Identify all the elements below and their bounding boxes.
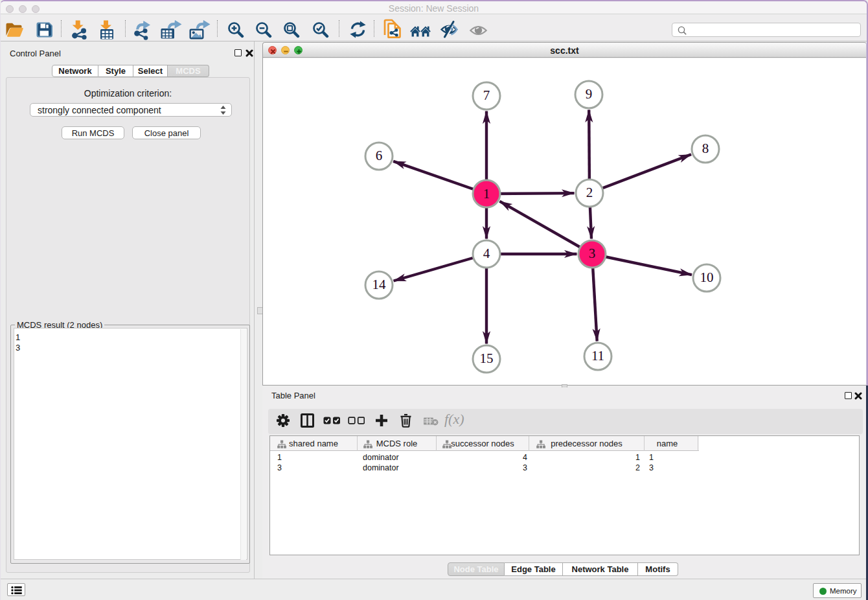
- svg-text:6: 6: [376, 148, 383, 163]
- svg-text:2: 2: [586, 185, 593, 200]
- svg-text:15: 15: [480, 351, 494, 366]
- svg-text:4: 4: [483, 246, 490, 261]
- svg-text:9: 9: [586, 86, 593, 102]
- svg-text:7: 7: [483, 87, 490, 103]
- svg-text:11: 11: [591, 348, 604, 363]
- svg-text:8: 8: [702, 141, 709, 156]
- svg-text:14: 14: [372, 277, 387, 292]
- svg-text:1: 1: [483, 186, 490, 202]
- svg-text:10: 10: [700, 270, 714, 285]
- svg-text:3: 3: [589, 246, 596, 261]
